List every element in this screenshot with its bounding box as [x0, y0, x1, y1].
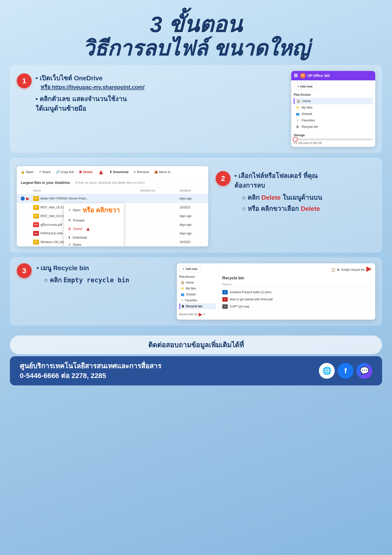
rb-section-user: Piza Access [179, 275, 216, 278]
rb-title: Recycle bin [222, 276, 372, 280]
footer-org: ศูนย์บริการเทคโนโลยีสารสนเทศและการสื่อสา… [20, 361, 161, 371]
list-item[interactable]: P How to get started with Drive.pdf [222, 296, 372, 303]
fm-title: Largest files in your OneDrive [21, 181, 70, 185]
od-add-new-btn[interactable]: + Add new [294, 83, 316, 90]
recycle-icon: 🗑 [296, 125, 300, 129]
fm-table-header: Name Modified by Modified [17, 187, 208, 194]
od-nav-recycle[interactable]: 🗑 Recycle bin [294, 124, 373, 130]
fm-tool-download[interactable]: ⬇ Download [109, 170, 128, 174]
ctx-delete[interactable]: 🗑 Delete ▲ [64, 224, 124, 234]
rb-nav-home[interactable]: 🏠 Home [179, 280, 216, 286]
file-icon: ZIP [33, 240, 39, 244]
link-icon: 🔗 [56, 170, 60, 174]
rb-nav-recycle[interactable]: 🗑 Recycle bin [179, 303, 216, 309]
facebook-icon[interactable]: f [338, 363, 353, 379]
rb-filename2: How to get started with Drive.pdf [230, 298, 272, 301]
step2-sub2: ○ หรือ คลิกขวาเลือก Delete [242, 204, 322, 214]
rb-add-new-btn[interactable]: + Add new [179, 266, 201, 272]
storage-text: 0.1 GB used of 200 GB [294, 141, 373, 144]
rb-nav-myfiles[interactable]: 📁 My files [179, 286, 216, 291]
rb-filename3: CUPT QA.mup [230, 305, 249, 308]
fm-tool-copylink[interactable]: 🔗 Copy link [56, 170, 74, 174]
rb-table-header: Name ∨ [222, 283, 372, 287]
od-header: UP UP Office 365 [291, 71, 375, 80]
od-section-user: Piza Access [294, 93, 373, 96]
od-nav-shared[interactable]: 👥 Shared [294, 111, 373, 117]
www-icon[interactable]: 🌐 [319, 363, 335, 379]
recycle-icon2: 🗑 [182, 305, 185, 308]
od-body: + Add new Piza Access 🏠 Home 📁 My files … [291, 80, 375, 147]
step3-sub1: ○ คลิก Empty recycle bin [44, 275, 129, 285]
od-nav-myfiles-label: My files [302, 106, 312, 109]
fm-tool-rename[interactable]: ✏ Rename [133, 170, 149, 174]
modified-date: days ago [180, 223, 204, 226]
copy-icon: 📋 [331, 268, 335, 272]
step1-bullet2: คลิกตัวเลข แสดงจำนวนใช้งานใต้เมนูด้านซ้า… [36, 94, 144, 113]
step1-link: หรือ https://liveupac-my.sharepoint.com/ [41, 83, 144, 91]
recycle-card: + Add new Piza Access 🏠 Home 📁 My files … [177, 263, 375, 320]
rb-sidebar: + Add new Piza Access 🏠 Home 📁 My files … [177, 263, 219, 320]
fm-title-bar: Largest files in your OneDrive To free u… [17, 178, 208, 187]
step2-badge-row: 2 เลือกไฟล์หรือโฟลเดอร์ ที่คุณต้องการลบ … [216, 171, 375, 214]
mup-icon: M [222, 304, 228, 309]
filename: Better+MC+FORGE+Server+Pack... [41, 197, 88, 200]
ctx-download-icon: ⬇ [68, 236, 71, 239]
trash-icon: 🗑 [79, 170, 82, 174]
ctx-delete-cursor: ▲ [85, 226, 91, 232]
onedrive-card: UP UP Office 365 + Add new Piza Access 🏠… [291, 71, 375, 147]
share-icon: ↗ [39, 170, 41, 174]
mdb-icon: MDB [33, 231, 39, 236]
storage-fill [294, 138, 298, 140]
rb-nav-shared[interactable]: 👥 Shared [179, 291, 216, 297]
contact-text: ติดต่อสอบถามข้อมูลเพิ่มเติมได้ที่ [148, 341, 244, 349]
step2-section: 🔓 Open ↗ Share 🔗 Copy link 🗑 Delete [10, 158, 382, 252]
table-row[interactable]: ▶ ZIP Better+MC+FORGE+Server+Pack... day… [17, 194, 208, 203]
modified-date: 10/2023 [180, 206, 204, 209]
ctx-open[interactable]: ↗ Open หรือ คลิกขวา [64, 203, 124, 217]
filename: PARASALE.mdb [41, 232, 62, 235]
fm-tool-delete[interactable]: 🗑 Delete [79, 170, 93, 174]
modified-date: days ago [180, 197, 204, 200]
od-nav-shared-label: Shared [302, 112, 312, 116]
empty-recycle-btn[interactable]: 🗑 Empty recycle bin [337, 268, 365, 271]
delete-arrow: ▲ [98, 168, 104, 176]
od-nav-myfiles[interactable]: 📁 My files [294, 104, 373, 111]
messenger-icon[interactable]: 💬 [356, 363, 372, 379]
step2-sub1: ○ คลิก Delete ในเมนูด้านบน [242, 193, 322, 202]
zip-icon: ZIP [33, 205, 39, 210]
step2-filemanager: 🔓 Open ↗ Share 🔗 Copy link 🗑 Delete [17, 164, 208, 246]
fm-toolbar: 🔓 Open ↗ Share 🔗 Copy link 🗑 Delete [17, 166, 208, 178]
rb-browse: Browse files by ▶ ∨ [179, 311, 216, 317]
ctx-preview-icon: 👁 [68, 219, 71, 222]
step3-left: 3 เมนู Recycle bin ○ คลิก Empty recycle … [17, 263, 169, 320]
od-nav-recycle-label: Recycle bin [302, 125, 318, 129]
list-item[interactable]: M CUPT QA.mup [222, 303, 372, 310]
rb-nav-favorites[interactable]: ☆ Favorites [179, 297, 216, 303]
step1-badge-row: 1 เปิดเว็บไซต์ OneDrive หรือ https://liv… [17, 73, 284, 113]
ctx-preview[interactable]: 👁 Preview [64, 217, 124, 224]
list-item[interactable]: W onedrive Present bullet (1).docx [222, 289, 372, 296]
title-section: 3 ขั้นตอน วิธีการลบไฟล์ ขนาดใหญ่ [10, 5, 382, 65]
od-storage: Storage 0.1 GB used of 200 GB [294, 133, 373, 144]
fm-tool-moveto[interactable]: 📤 Move to [154, 170, 170, 174]
title-line1: 3 ขั้นตอน [10, 12, 382, 37]
fm-tool-share[interactable]: ↗ Share [39, 170, 51, 174]
ctx-share[interactable]: ↗ Share [64, 241, 124, 246]
step2-instructions: 2 เลือกไฟล์หรือโฟลเดอร์ ที่คุณต้องการลบ … [216, 164, 375, 246]
fm-tool-open[interactable]: 🔓 Open [21, 170, 34, 174]
od-nav-favorites-label: Favorites [302, 118, 315, 122]
modified-date: days ago [180, 232, 204, 235]
ctx-download[interactable]: ⬇ Download [64, 234, 124, 241]
plus-icon: + [183, 267, 184, 271]
fm-file-list: ▶ ZIP Better+MC+FORGE+Server+Pack... day… [17, 194, 208, 246]
filename: คู่มือระบบทุน.pdf [41, 222, 62, 227]
footer-phone: 0-5446-6666 ต่อ 2278, 2285 [20, 371, 161, 380]
rb-top-bar: 📋 🗑 Empty recycle bin ▶ [222, 266, 372, 274]
od-logo: UP [300, 73, 306, 78]
folder-icon: 📁 [296, 106, 300, 110]
shared-icon2: 👥 [181, 293, 185, 296]
od-nav-home[interactable]: 🏠 Home [294, 98, 373, 104]
star-icon: ☆ [296, 118, 300, 122]
od-nav-favorites[interactable]: ☆ Favorites [294, 117, 373, 124]
step2-bullet1: เลือกไฟล์หรือโฟลเดอร์ ที่คุณต้องการลบ [234, 171, 322, 190]
